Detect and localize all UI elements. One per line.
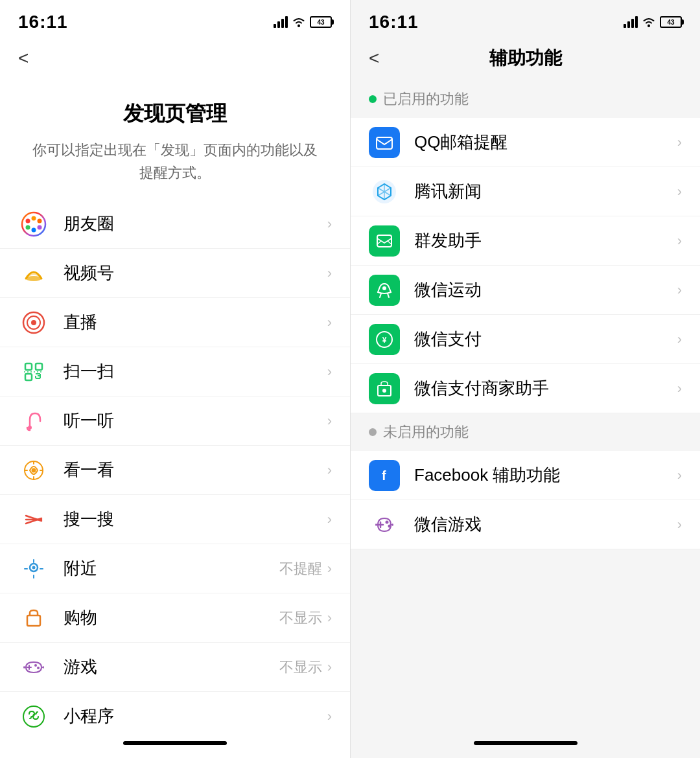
svg-point-10 [26, 225, 30, 229]
channels-label: 视频号 [64, 262, 327, 284]
svg-text:¥: ¥ [382, 336, 387, 345]
moments-chevron: › [327, 216, 332, 233]
game-chevron: › [327, 659, 332, 676]
svg-point-22 [32, 468, 36, 472]
list-item-search[interactable]: 搜一搜 › [0, 495, 350, 544]
list-item-group-send[interactable]: 群发助手 › [351, 216, 700, 266]
svg-point-15 [31, 320, 36, 325]
right-filler [351, 549, 700, 731]
shop-label: 购物 [64, 606, 279, 629]
mini-label: 小程序 [64, 705, 327, 728]
svg-point-8 [38, 225, 42, 229]
list-item-channels[interactable]: 视频号 › [0, 249, 350, 298]
svg-text:f: f [382, 468, 386, 483]
list-item-facebook[interactable]: f Facebook 辅助功能 › [351, 451, 700, 500]
listen-icon [18, 406, 49, 437]
left-page-desc: 你可以指定出现在「发现」页面内的功能以及提醒方式。 [26, 139, 324, 184]
wx-game-chevron: › [677, 516, 682, 533]
svg-point-33 [34, 664, 37, 667]
moments-icon [18, 209, 49, 240]
left-back-button[interactable]: < [13, 45, 34, 71]
svg-point-6 [32, 216, 36, 220]
shop-chevron: › [327, 610, 332, 626]
list-item-listen[interactable]: 听一听 › [0, 396, 350, 446]
live-chevron: › [327, 314, 332, 331]
group-send-icon [369, 225, 400, 257]
enabled-section-header: 已启用的功能 [351, 80, 700, 118]
shop-icon [18, 603, 49, 634]
list-item-mini[interactable]: 小程序 › [0, 692, 350, 731]
listen-chevron: › [327, 413, 332, 430]
svg-rect-43 [377, 137, 392, 149]
signal-icon [274, 16, 288, 28]
svg-rect-41 [635, 16, 638, 28]
svg-point-50 [382, 389, 386, 393]
svg-point-11 [26, 218, 30, 223]
svg-rect-17 [36, 363, 42, 370]
qq-mail-icon [369, 127, 400, 158]
nearby-label: 附近 [64, 557, 279, 580]
svg-point-20 [28, 426, 32, 430]
right-home-indicator [351, 731, 700, 758]
search-label: 搜一搜 [64, 508, 327, 531]
list-item-moments[interactable]: 朋友圈 › [0, 200, 350, 249]
right-nav-bar: < 辅助功能 [351, 39, 700, 80]
svg-rect-3 [285, 16, 288, 28]
enabled-dot [369, 95, 377, 103]
look-chevron: › [327, 462, 332, 479]
disabled-list: f Facebook 辅助功能 › 微信游戏 › [351, 451, 700, 549]
battery-icon: 43 [310, 16, 332, 28]
list-item-wx-sport[interactable]: 微信运动 › [351, 266, 700, 315]
nearby-sub: 不提醒 [279, 559, 322, 579]
left-page-title: 发现页管理 [26, 100, 324, 128]
svg-rect-2 [281, 19, 284, 28]
list-item-shop[interactable]: 购物 不显示 › [0, 593, 350, 643]
list-item-wx-merchant[interactable]: 微信支付商家助手 › [351, 364, 700, 413]
svg-point-53 [388, 524, 391, 527]
wx-pay-icon: ¥ [369, 324, 400, 355]
svg-rect-18 [25, 374, 32, 380]
list-item-look[interactable]: 看一看 › [0, 446, 350, 495]
svg-point-12 [26, 276, 41, 281]
svg-rect-1 [277, 21, 280, 28]
list-item-nearby[interactable]: 附近 不提醒 › [0, 544, 350, 593]
right-battery-icon: 43 [660, 16, 682, 28]
wx-merchant-chevron: › [677, 380, 682, 397]
nearby-chevron: › [327, 560, 332, 577]
list-item-tencent-news[interactable]: 腾讯新闻 › [351, 167, 700, 216]
tencent-news-label: 腾讯新闻 [414, 180, 677, 203]
left-home-indicator [0, 731, 350, 758]
svg-point-42 [648, 25, 650, 27]
list-item-wx-pay[interactable]: ¥ 微信支付 › [351, 315, 700, 364]
look-icon [18, 455, 49, 486]
left-list: 朋友圈 › 视频号 › 直播 [0, 200, 350, 731]
search-icon [18, 504, 49, 535]
wx-game-icon [369, 509, 400, 540]
left-time: 16:11 [18, 12, 68, 32]
list-item-game[interactable]: 游戏 不显示 › [0, 643, 350, 692]
svg-point-9 [32, 227, 36, 232]
live-label: 直播 [64, 311, 327, 334]
mini-icon [18, 701, 49, 731]
right-back-button[interactable]: < [364, 45, 384, 71]
scan-chevron: › [327, 363, 332, 380]
wx-merchant-label: 微信支付商家助手 [414, 377, 677, 400]
svg-point-7 [38, 218, 42, 223]
list-item-qq-mail[interactable]: QQ邮箱提醒 › [351, 118, 700, 167]
right-signal-icon [624, 16, 638, 28]
facebook-icon: f [369, 460, 400, 491]
list-item-live[interactable]: 直播 › [0, 298, 350, 347]
right-home-bar [474, 741, 578, 745]
game-label: 游戏 [64, 656, 279, 678]
tencent-news-icon [369, 176, 400, 207]
qq-mail-chevron: › [677, 134, 682, 151]
svg-point-52 [386, 520, 389, 523]
list-item-wx-game[interactable]: 微信游戏 › [351, 500, 700, 549]
list-item-scan[interactable]: 扫一扫 › [0, 347, 350, 396]
left-home-bar [123, 741, 227, 745]
svg-point-4 [298, 25, 300, 27]
shop-sub: 不显示 [279, 608, 322, 628]
left-page-header: 发现页管理 你可以指定出现在「发现」页面内的功能以及提醒方式。 [0, 80, 350, 200]
channels-icon [18, 258, 49, 289]
wx-sport-label: 微信运动 [414, 279, 677, 301]
